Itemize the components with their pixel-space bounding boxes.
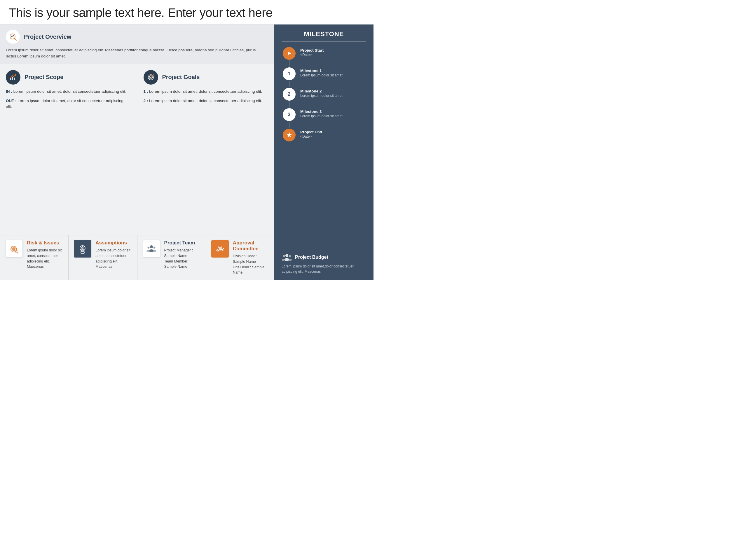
svg-point-46	[289, 259, 292, 261]
scope-out-text: Lorem ipsum dolor sit amet, dolor sit co…	[6, 99, 123, 109]
handshake-icon	[214, 243, 226, 254]
scope-title: Project Scope	[25, 74, 63, 80]
svg-rect-29	[81, 251, 84, 254]
overview-header: Project Overview	[6, 30, 267, 44]
svg-point-31	[150, 245, 153, 248]
svg-point-45	[289, 255, 291, 257]
goals-item2: 2 : Lorem ipsum dolor sit amet, dolor si…	[144, 98, 268, 104]
team-people-icon	[146, 243, 157, 254]
team-manager: Project Manager : Sample Name	[164, 248, 201, 259]
committee-title: Approval Committee	[233, 240, 269, 252]
goals-item2-text: Lorem ipsum dolor sit amet, dolor sit co…	[149, 99, 262, 103]
milestone-heading: MILESTONE	[282, 30, 366, 42]
scope-out-label: OUT :	[6, 99, 17, 103]
bug-search-icon	[8, 243, 20, 254]
milestone-sub-start: <Date>	[300, 53, 324, 57]
svg-point-34	[147, 250, 149, 252]
svg-rect-4	[14, 78, 15, 80]
milestone-line-2: 2	[282, 88, 297, 108]
milestone-text-end: Project End <Date>	[297, 129, 322, 144]
milestone-label-2: Milestone 2	[300, 89, 342, 93]
risk-content: Risk & Issues Lorem ipsum dolor sit amet…	[27, 240, 63, 269]
svg-line-1	[15, 38, 16, 40]
svg-point-28	[82, 248, 83, 249]
milestone-text-1: Milestone 1 Lorem ipsum dolor sit amet	[297, 68, 342, 83]
brain-gear-icon	[77, 243, 88, 254]
assumptions-text: Lorem ipsum dolor sit amet, consectetuer…	[96, 248, 132, 269]
milestone-label-1: Milestone 1	[300, 69, 342, 73]
svg-point-37	[218, 246, 220, 248]
svg-point-41	[285, 254, 288, 257]
milestone-icon-end: ★	[283, 129, 295, 141]
budget-people-icon	[282, 253, 292, 261]
goals-item2-label: 2 :	[144, 99, 148, 103]
milestone-connector-1	[289, 60, 289, 67]
scope-in-label: IN :	[6, 89, 12, 94]
team-section: Project Team Project Manager : Sample Na…	[137, 235, 206, 280]
milestone-sub-3: Lorem ipsum dolor sit amet	[300, 114, 342, 119]
milestone-connector-4	[289, 122, 289, 128]
page-title: This is your sample text here. Enter you…	[9, 6, 365, 20]
goals-item1-text: Lorem ipsum dolor sit amet, dolor sit co…	[149, 89, 262, 94]
overview-title: Project Overview	[24, 33, 71, 40]
left-panel: Project Overview Lorem ipsum dolor sit a…	[0, 25, 274, 280]
committee-content: Approval Committee Division Head : Sampl…	[233, 240, 269, 275]
milestone-text-2: Milestone 2 Lorem ipsum dolor sit amet	[297, 88, 342, 104]
milestone-sub-2: Lorem ipsum dolor sit amet	[300, 93, 342, 98]
svg-line-18	[17, 252, 18, 254]
bottom-row: Risk & Issues Lorem ipsum dolor sit amet…	[0, 235, 274, 280]
committee-icon-box	[211, 240, 229, 258]
milestone-text-start: Project Start <Date>	[297, 47, 324, 63]
assumptions-icon-box	[74, 240, 91, 258]
overview-section: Project Overview Lorem ipsum dolor sit a…	[0, 25, 274, 64]
risk-icon-box	[5, 240, 23, 258]
milestone-item-2: 2 Milestone 2 Lorem ipsum dolor sit amet	[282, 88, 366, 108]
svg-point-36	[153, 250, 156, 252]
svg-point-33	[147, 247, 149, 249]
milestone-label-start: Project Start	[300, 48, 324, 53]
risk-text: Lorem ipsum dolor sit amet, consectetuer…	[27, 248, 63, 269]
milestone-sub-1: Lorem ipsum dolor sit amet	[300, 73, 342, 78]
budget-section: Project Budget Lorem ipsum dolor sit ame…	[282, 249, 366, 274]
overview-icon-wrap	[6, 30, 20, 44]
target-icon	[147, 74, 155, 81]
budget-text: Lorem ipsum dolor sit amet,dolor consect…	[282, 264, 366, 274]
committee-division: Division Head : Sample Name	[233, 254, 269, 265]
overview-text: Lorem ipsum dolor sit amet, consectetuer…	[6, 47, 267, 59]
goals-item1-label: 1 :	[144, 89, 148, 94]
budget-title: Project Budget	[295, 255, 328, 260]
milestone-label-3: Milestone 3	[300, 109, 342, 114]
header: This is your sample text here. Enter you…	[0, 0, 374, 25]
svg-line-8	[152, 75, 153, 76]
goals-header: Project Goals	[144, 70, 268, 85]
committee-section: Approval Committee Division Head : Sampl…	[206, 235, 274, 280]
page: This is your sample text here. Enter you…	[0, 0, 374, 280]
milestone-sub-end: <Date>	[300, 134, 322, 139]
main-content: Project Overview Lorem ipsum dolor sit a…	[0, 25, 374, 280]
milestone-connector-3	[289, 101, 289, 108]
svg-point-35	[153, 247, 155, 249]
milestone-item-end: ★ Project End <Date>	[282, 129, 366, 144]
milestone-icon-start	[283, 47, 295, 60]
goals-section: Project Goals 1 : Lorem ipsum dolor sit …	[137, 64, 275, 235]
svg-point-32	[149, 249, 154, 252]
goals-item1: 1 : Lorem ipsum dolor sit amet, dolor si…	[144, 89, 268, 95]
scope-header: Project Scope	[6, 70, 130, 85]
svg-point-44	[282, 259, 285, 261]
milestone-text-3: Milestone 3 Lorem ipsum dolor sit amet	[297, 108, 342, 124]
committee-unit: Unit Head : Sample Name	[233, 265, 269, 276]
scope-section: Project Scope IN : Lorem ipsum dolor sit…	[0, 64, 137, 235]
milestone-label-end: Project End	[300, 130, 322, 134]
team-member: Team Member : Sample Name	[164, 259, 201, 270]
milestone-item-3: 3 Milestone 3 Lorem ipsum dolor sit amet	[282, 108, 366, 129]
scope-in-text: Lorem ipsum dolor sit amet, dolor sit co…	[14, 89, 126, 94]
risk-section: Risk & Issues Lorem ipsum dolor sit amet…	[0, 235, 69, 280]
scope-in-item: IN : Lorem ipsum dolor sit amet, dolor s…	[6, 89, 130, 95]
risk-title: Risk & Issues	[27, 240, 63, 246]
svg-point-38	[221, 246, 222, 248]
milestone-list: Project Start <Date> 1 Milestone 1 Lore	[282, 47, 366, 247]
magnifier-chart-icon	[9, 33, 17, 41]
svg-point-7	[150, 77, 151, 78]
budget-header: Project Budget	[282, 253, 366, 261]
chart-trending-icon	[9, 74, 17, 81]
